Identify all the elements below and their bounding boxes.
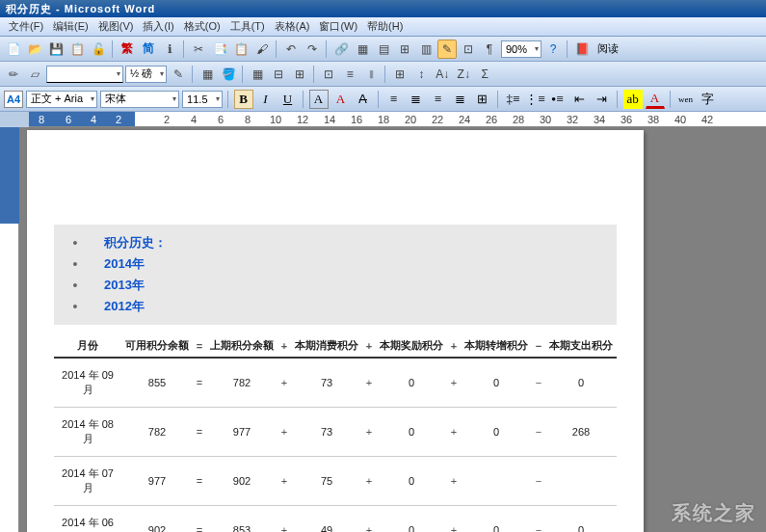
italic-button[interactable]: I xyxy=(256,90,276,109)
menu-format[interactable]: 格式(O) xyxy=(181,19,224,34)
separator xyxy=(378,91,380,108)
cell-plus: + xyxy=(362,408,376,457)
copy-icon[interactable]: 📑 xyxy=(210,40,229,59)
distribute-icon[interactable]: ⊞ xyxy=(473,90,492,109)
charscale-icon[interactable]: A̶ xyxy=(354,90,373,109)
distcols-icon[interactable]: ⦀ xyxy=(361,65,381,84)
style-label[interactable]: A4 xyxy=(4,91,23,108)
watermark: 系统之家 xyxy=(672,500,756,526)
save-icon[interactable]: 💾 xyxy=(46,40,66,59)
aligntl-icon[interactable]: ⊡ xyxy=(319,65,338,84)
formatting-toolbar: A4 正文 + Aria 宋体 11.5 B I U A A A̶ ≡ ≣ ≡ … xyxy=(0,87,766,112)
inserttable-icon[interactable]: ▦ xyxy=(248,65,267,84)
mergecells-icon[interactable]: ⊟ xyxy=(269,65,288,84)
tableborder-icon[interactable]: ▤ xyxy=(374,40,393,59)
columns-icon[interactable]: ▥ xyxy=(416,40,436,59)
align-justify-icon[interactable]: ≣ xyxy=(451,90,470,109)
eraser-icon[interactable]: ▱ xyxy=(25,65,44,84)
points-table: 月份 可用积分余额 = 上期积分余额 + 本期消费积分 + 本期奖励积分 + 本… xyxy=(54,334,617,532)
bullet-icon: • xyxy=(66,299,85,314)
year-link-2012[interactable]: 2012年 xyxy=(104,298,145,315)
cell-minus: − xyxy=(532,408,545,457)
asian-zi-icon[interactable]: 字 xyxy=(699,90,718,109)
fontbox-a-icon[interactable]: A xyxy=(309,90,329,109)
link-icon[interactable]: 🔗 xyxy=(331,40,351,59)
menu-table[interactable]: 表格(A) xyxy=(272,19,313,34)
paste-icon[interactable]: 📋 xyxy=(231,40,251,59)
permission-icon[interactable]: 🔓 xyxy=(89,40,108,59)
shading-icon[interactable]: 🪣 xyxy=(219,65,238,84)
menu-file[interactable]: 文件(F) xyxy=(6,19,46,34)
charshading-icon[interactable]: A xyxy=(331,90,351,109)
table-row: 2014 年 06 月902=853+49+0+0−0 xyxy=(54,506,617,533)
indent-dec-icon[interactable]: ⇤ xyxy=(570,90,590,109)
distrows-icon[interactable]: ≡ xyxy=(340,65,359,84)
menu-edit[interactable]: 编辑(E) xyxy=(50,19,92,34)
separator xyxy=(617,91,619,108)
menu-window[interactable]: 窗口(W) xyxy=(316,19,360,34)
borders-icon[interactable]: ▦ xyxy=(198,65,217,84)
bullets-icon[interactable]: ⦁≡ xyxy=(548,90,568,109)
drawtable-icon[interactable]: ✏ xyxy=(4,65,23,84)
ruler-horizontal[interactable]: 8 6 4 2 2 4 6 8 10 12 14 16 18 20 22 24 … xyxy=(29,112,766,127)
fontsize-dropdown[interactable]: 11.5 xyxy=(182,91,222,108)
sortasc-icon[interactable]: A↓ xyxy=(433,65,452,84)
read-label[interactable]: 阅读 xyxy=(594,41,622,56)
year-link-2013[interactable]: 2013年 xyxy=(104,277,145,294)
linestyle-dropdown[interactable] xyxy=(46,66,123,83)
align-right-icon[interactable]: ≡ xyxy=(429,90,448,109)
year-link-2014[interactable]: 2014年 xyxy=(104,255,145,273)
asian-wen-icon[interactable]: wen xyxy=(676,90,696,109)
page-area[interactable]: •积分历史： •2014年 •2013年 •2012年 月份 可用积分余额 = … xyxy=(19,127,766,532)
pencolor-icon[interactable]: ✎ xyxy=(169,65,188,84)
sortdesc-icon[interactable]: Z↓ xyxy=(454,65,473,84)
open-icon[interactable]: 📂 xyxy=(25,40,44,59)
bold-button[interactable]: B xyxy=(234,90,253,109)
style-dropdown[interactable]: 正文 + Aria xyxy=(26,91,97,108)
font-dropdown[interactable]: 宋体 xyxy=(100,91,179,108)
textdir-icon[interactable]: ↕ xyxy=(411,65,431,84)
separator xyxy=(303,91,304,108)
cut-icon[interactable]: ✂ xyxy=(189,40,208,59)
menu-tools[interactable]: 工具(T) xyxy=(227,19,268,34)
linespacing-icon[interactable]: ‡≡ xyxy=(504,90,523,109)
separator xyxy=(242,66,244,83)
help-icon[interactable]: ? xyxy=(543,40,563,59)
simp-button[interactable]: 简 xyxy=(139,40,158,59)
standard-toolbar: 📄 📂 💾 📋 🔓 繁 简 ℹ ✂ 📑 📋 🖌 ↶ ↷ 🔗 ▦ ▤ ⊞ ▥ ✎ … xyxy=(0,37,766,62)
ruler-vertical[interactable] xyxy=(0,127,19,532)
saveall-icon[interactable]: 📋 xyxy=(67,40,87,59)
align-center-icon[interactable]: ≣ xyxy=(407,90,426,109)
autoformat-icon[interactable]: ⊞ xyxy=(390,65,409,84)
menu-help[interactable]: 帮助(H) xyxy=(364,19,406,34)
book-icon[interactable]: 📕 xyxy=(572,40,592,59)
indent-inc-icon[interactable]: ⇥ xyxy=(593,90,612,109)
table-icon[interactable]: ▦ xyxy=(353,40,372,59)
numbering-icon[interactable]: ⋮≡ xyxy=(526,90,545,109)
autosum-icon[interactable]: Σ xyxy=(475,65,494,84)
showhide-icon[interactable]: ¶ xyxy=(480,40,499,59)
trad-button[interactable]: 繁 xyxy=(118,40,137,59)
drawing-icon[interactable]: ✎ xyxy=(437,40,457,59)
info-icon[interactable]: ℹ xyxy=(160,40,179,59)
redo-icon[interactable]: ↷ xyxy=(303,40,322,59)
new-icon[interactable]: 📄 xyxy=(4,40,23,59)
menu-view[interactable]: 视图(V) xyxy=(95,19,137,34)
fontcolor-icon[interactable]: A xyxy=(646,90,665,109)
zoom-dropdown[interactable]: 90% xyxy=(501,40,541,58)
align-left-icon[interactable]: ≡ xyxy=(384,90,404,109)
col-prev: 上期积分余额 xyxy=(206,334,277,358)
docmap-icon[interactable]: ⊡ xyxy=(459,40,478,59)
splitcells-icon[interactable]: ⊞ xyxy=(290,65,309,84)
cell-consume: 73 xyxy=(291,408,362,457)
tableinsert-icon[interactable]: ⊞ xyxy=(395,40,414,59)
cell-prev: 782 xyxy=(206,358,277,408)
linewidth-dropdown[interactable]: ½ 磅 xyxy=(125,66,167,83)
undo-icon[interactable]: ↶ xyxy=(281,40,301,59)
highlight-icon[interactable]: ab xyxy=(623,90,643,109)
formatpainter-icon[interactable]: 🖌 xyxy=(252,40,272,59)
cell-plus: + xyxy=(277,408,291,457)
underline-button[interactable]: U xyxy=(278,90,298,109)
cell-transfer: 0 xyxy=(461,408,532,457)
menu-insert[interactable]: 插入(I) xyxy=(140,19,176,34)
